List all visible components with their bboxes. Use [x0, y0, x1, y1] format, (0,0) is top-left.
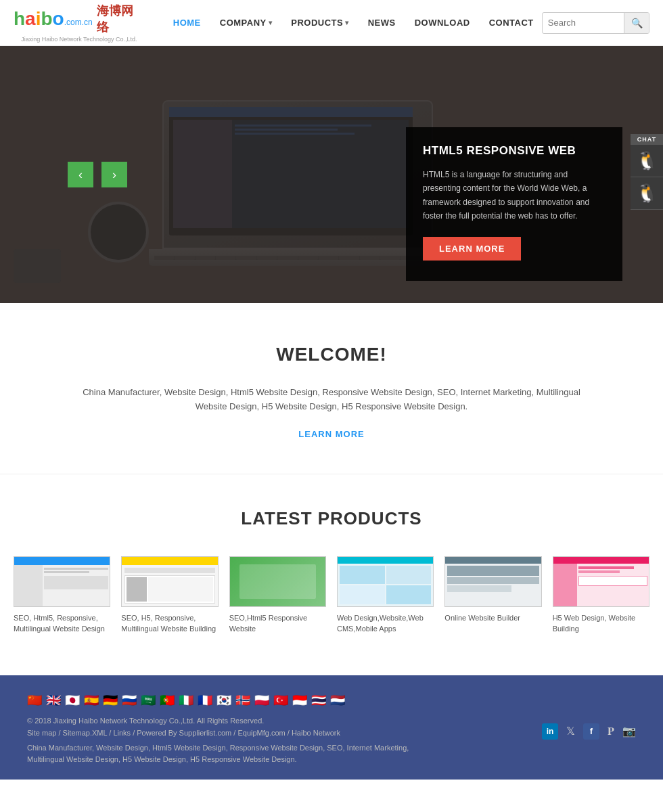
flag-icon[interactable]: 🇷🇺	[122, 696, 137, 706]
search-button[interactable]: 🔍	[624, 12, 649, 34]
flag-icon[interactable]: 🇬🇧	[46, 696, 61, 706]
flag-icon[interactable]: 🇳🇱	[330, 696, 345, 706]
flag-icon[interactable]: 🇹🇭	[311, 696, 326, 706]
logo-subtitle: Jiaxing Haibo Network Technology Co.,Ltd…	[21, 36, 137, 43]
search-box: 🔍	[542, 12, 649, 34]
chat-qq-icon-2[interactable]: 🐧	[631, 177, 663, 210]
footer: 🇨🇳🇬🇧🇯🇵🇪🇸🇩🇪🇷🇺🇸🇦🇵🇹🇮🇹🇫🇷🇰🇷🇳🇴🇵🇱🇹🇷🇮🇩🇹🇭🇳🇱 © 201…	[0, 675, 663, 780]
hero-title: HTML5 RESPONSIVE WEB	[423, 144, 605, 158]
product-label: Online Website Builder	[444, 612, 541, 624]
twitter-icon[interactable]: 𝕏	[566, 725, 575, 738]
flag-icon[interactable]: 🇵🇱	[254, 696, 269, 706]
chat-label: CHAT	[631, 134, 663, 145]
social-icons-row: in 𝕏 f 𝐏 📷	[542, 723, 636, 740]
footer-left: © 2018 Jiaxing Haibo Network Technology …	[27, 717, 542, 766]
footer-links: Site map / Sitemap.XML / Links / Powered…	[27, 729, 542, 737]
footer-copyright: © 2018 Jiaxing Haibo Network Technology …	[27, 717, 542, 725]
links-link[interactable]: Links	[113, 729, 131, 737]
sitemap-link[interactable]: Site map	[27, 729, 56, 737]
footer-social: in 𝕏 f 𝐏 📷	[542, 717, 636, 740]
product-thumbnail[interactable]	[14, 556, 110, 607]
linkedin-icon[interactable]: in	[542, 723, 558, 740]
logo-chinese: 海博网络	[97, 3, 145, 35]
welcome-title: WELCOME!	[14, 344, 649, 365]
nav-contact[interactable]: CONTACT	[481, 12, 542, 33]
products-grid: SEO, Html5, Responsive, Multilingual Web…	[14, 556, 649, 635]
flag-icon[interactable]: 🇮🇹	[179, 696, 193, 706]
instagram-icon[interactable]: 📷	[622, 725, 636, 738]
company-dropdown-arrow: ▾	[269, 19, 273, 26]
flag-icon[interactable]: 🇸🇦	[141, 696, 156, 706]
product-card: H5 Web Design, Website Building	[553, 556, 649, 635]
product-card: SEO, H5, Responsive, Multilingual Websit…	[121, 556, 218, 635]
chat-qq-icon-1[interactable]: 🐧	[631, 145, 663, 177]
hero-content-box: HTML5 RESPONSIVE WEB HTML5 is a language…	[406, 127, 622, 281]
product-thumbnail[interactable]	[337, 556, 434, 607]
nav-download[interactable]: DOWNLOAD	[407, 12, 478, 33]
product-label: SEO,Html5 Responsive Website	[229, 612, 326, 635]
product-thumbnail[interactable]	[229, 556, 326, 607]
hero-learn-more-button[interactable]: LEARN MORE	[423, 237, 521, 261]
product-card: SEO, Html5, Responsive, Multilingual Web…	[14, 556, 110, 635]
product-card: SEO,Html5 Responsive Website	[229, 556, 326, 635]
nav-home[interactable]: HOME	[165, 12, 209, 33]
products-section: LATEST PRODUCTS SEO, Html5, Responsive, …	[0, 474, 663, 675]
search-icon: 🔍	[631, 18, 643, 28]
footer-flags: 🇨🇳🇬🇧🇯🇵🇪🇸🇩🇪🇷🇺🇸🇦🇵🇹🇮🇹🇫🇷🇰🇷🇳🇴🇵🇱🇹🇷🇮🇩🇹🇭🇳🇱	[27, 696, 636, 706]
penguin-icon-1: 🐧	[636, 150, 658, 171]
flag-icon[interactable]: 🇳🇴	[235, 696, 250, 706]
product-label: Web Design,Website,Web CMS,Mobile Apps	[337, 612, 434, 635]
chat-widget: CHAT 🐧 🐧	[631, 134, 663, 210]
nav-products[interactable]: PRODUCTS ▾	[283, 12, 357, 33]
footer-description: China Manufacturer, Website Design, Html…	[27, 742, 433, 766]
products-section-title: LATEST PRODUCTS	[14, 508, 649, 529]
products-dropdown-arrow: ▾	[345, 19, 349, 26]
product-thumbnail[interactable]	[444, 556, 541, 607]
product-card: Web Design,Website,Web CMS,Mobile Apps	[337, 556, 434, 635]
product-card: Online Website Builder	[444, 556, 541, 635]
penguin-icon-2: 🐧	[636, 183, 658, 204]
footer-bottom: © 2018 Jiaxing Haibo Network Technology …	[27, 717, 636, 766]
flag-icon[interactable]: 🇰🇷	[216, 696, 231, 706]
product-thumbnail[interactable]	[553, 556, 649, 607]
search-input[interactable]	[543, 18, 624, 28]
header: haibo.com.cn 海博网络 Jiaxing Haibo Network …	[0, 0, 663, 46]
product-label: H5 Web Design, Website Building	[553, 612, 649, 635]
flag-icon[interactable]: 🇩🇪	[103, 696, 118, 706]
flag-icon[interactable]: 🇵🇹	[160, 696, 175, 706]
flag-icon[interactable]: 🇨🇳	[27, 696, 42, 706]
sitemap-xml-link[interactable]: Sitemap.XML	[63, 729, 108, 737]
welcome-section: WELCOME! China Manufacturer, Website Des…	[0, 303, 663, 474]
welcome-learn-more-link[interactable]: LEARN MORE	[298, 429, 364, 439]
nav-company[interactable]: COMPANY ▾	[212, 12, 280, 33]
nav-news[interactable]: NEWS	[360, 12, 404, 33]
product-label: SEO, H5, Responsive, Multilingual Websit…	[121, 612, 218, 635]
main-nav: HOME COMPANY ▾ PRODUCTS ▾ NEWS DOWNLOAD …	[165, 12, 542, 33]
hero-next-button[interactable]: ›	[101, 162, 127, 187]
logo: haibo.com.cn 海博网络 Jiaxing Haibo Network …	[14, 3, 145, 43]
product-label: SEO, Html5, Responsive, Multilingual Web…	[14, 612, 110, 635]
flag-icon[interactable]: 🇯🇵	[65, 696, 80, 706]
hero-description: HTML5 is a language for structuring and …	[423, 168, 605, 223]
hero-prev-button[interactable]: ‹	[68, 162, 93, 187]
flag-icon[interactable]: 🇹🇷	[273, 696, 288, 706]
facebook-icon[interactable]: f	[583, 723, 599, 740]
flag-icon[interactable]: 🇫🇷	[198, 696, 212, 706]
flag-icon[interactable]: 🇪🇸	[84, 696, 99, 706]
flag-icon[interactable]: 🇮🇩	[292, 696, 307, 706]
welcome-description: China Manufacturer, Website Design, Html…	[68, 386, 595, 414]
logo-text: haibo.com.cn	[14, 9, 93, 28]
pinterest-icon[interactable]: 𝐏	[608, 725, 614, 738]
product-thumbnail[interactable]	[121, 556, 218, 607]
powered-by-link[interactable]: Powered By Supplierlist.com / EquipMfg.c…	[137, 729, 340, 737]
hero-banner: HTML5 RESPONSIVE WEB HTML5 is a language…	[0, 46, 663, 303]
